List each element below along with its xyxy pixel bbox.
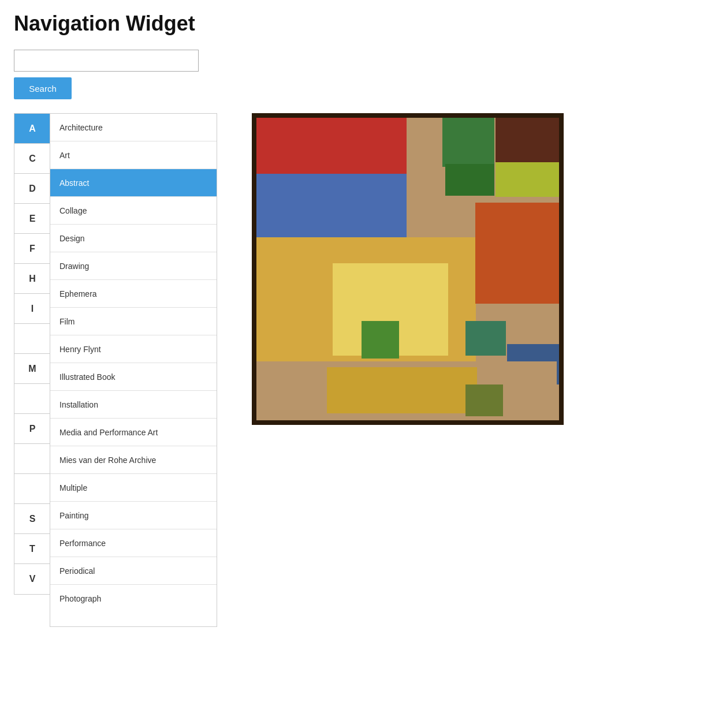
category-item[interactable]: Installation — [50, 391, 217, 419]
letter-spacer — [14, 384, 50, 414]
letter-item-d[interactable]: D — [14, 174, 50, 204]
painting — [252, 113, 564, 425]
letter-item-a[interactable]: A — [14, 114, 50, 144]
page-title: Navigation Widget — [14, 12, 690, 36]
navigation-area: ACDEFHIMPSTV ArchitectureArtAbstractColl… — [14, 113, 690, 627]
search-section: Search — [14, 50, 690, 99]
category-item[interactable]: Henry Flynt — [50, 335, 217, 363]
letter-item-c[interactable]: C — [14, 144, 50, 174]
letter-item-f[interactable]: F — [14, 234, 50, 264]
category-item[interactable]: Collage — [50, 197, 217, 225]
letter-item-m[interactable]: M — [14, 354, 50, 384]
category-item[interactable]: Media and Performance Art — [50, 419, 217, 446]
category-item[interactable]: Ephemera — [50, 280, 217, 308]
letter-item-s[interactable]: S — [14, 504, 50, 534]
letter-item-e[interactable]: E — [14, 204, 50, 234]
category-item[interactable]: Performance — [50, 529, 217, 557]
category-list[interactable]: ArchitectureArtAbstractCollageDesignDraw… — [50, 113, 217, 627]
category-item[interactable]: Painting — [50, 502, 217, 529]
artwork-image — [252, 113, 564, 425]
letter-spacer — [14, 324, 50, 354]
search-button[interactable]: Search — [14, 77, 72, 99]
category-item[interactable]: Mies van der Rohe Archive — [50, 446, 217, 474]
category-item[interactable]: Illustrated Book — [50, 363, 217, 391]
category-item[interactable]: Design — [50, 225, 217, 252]
category-item[interactable]: Multiple — [50, 474, 217, 502]
letter-item-t[interactable]: T — [14, 534, 50, 564]
category-item[interactable]: Art — [50, 141, 217, 169]
letter-nav: ACDEFHIMPSTV — [14, 113, 50, 595]
category-item[interactable]: Periodical — [50, 557, 217, 585]
category-item[interactable]: Architecture — [50, 114, 217, 141]
letter-item-p[interactable]: P — [14, 414, 50, 444]
category-item[interactable]: Photograph — [50, 585, 217, 613]
letter-item-v[interactable]: V — [14, 564, 50, 594]
category-item[interactable]: Film — [50, 308, 217, 335]
letter-item-i[interactable]: I — [14, 294, 50, 324]
category-item[interactable]: Drawing — [50, 252, 217, 280]
artwork-area — [252, 113, 690, 425]
letter-spacer — [14, 444, 50, 474]
category-item[interactable]: Abstract — [50, 169, 217, 197]
letter-item-h[interactable]: H — [14, 264, 50, 294]
search-input[interactable] — [14, 50, 199, 72]
letter-spacer — [14, 474, 50, 504]
